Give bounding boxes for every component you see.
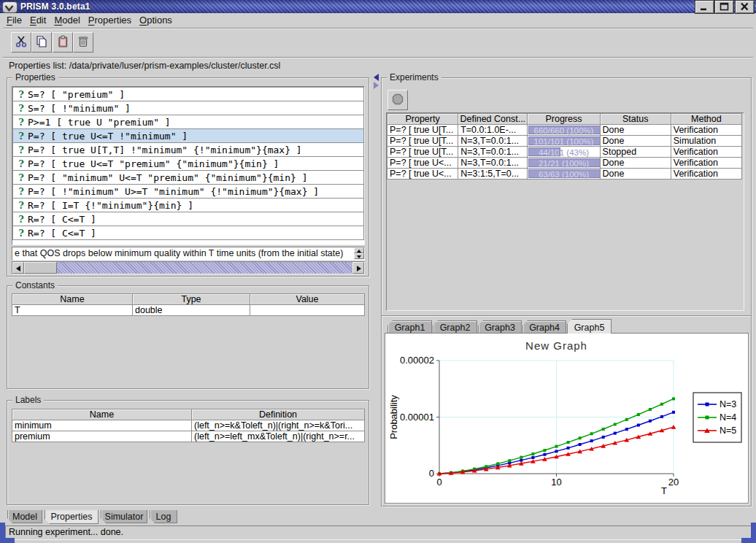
menu-properties[interactable]: Properties bbox=[85, 13, 135, 26]
window-title: PRISM 3.0.beta1 bbox=[20, 1, 90, 12]
experiment-row[interactable]: P=? [ true U<...N=3:1:5,T=0...63/63 (100… bbox=[387, 169, 742, 180]
collapse-left-icon[interactable] bbox=[374, 74, 379, 81]
experiment-row[interactable]: P=? [ true U[T...N=3,T=0.0:1...44/101 (4… bbox=[387, 147, 742, 158]
main-tab-log[interactable]: Log bbox=[150, 510, 177, 523]
graph-tab-graph5[interactable]: Graph5 bbox=[567, 319, 612, 334]
question-icon: ? bbox=[16, 172, 26, 183]
question-icon: ? bbox=[16, 89, 26, 100]
table-row[interactable]: premium(left_n>=left_mx&Toleft_n)|(right… bbox=[12, 431, 365, 442]
window-menu-icon[interactable] bbox=[2, 1, 18, 13]
main-tab-model[interactable]: Model bbox=[7, 510, 42, 523]
close-button[interactable] bbox=[736, 1, 754, 13]
experiment-row[interactable]: P=? [ true U[T...T=0.0:1.0E-...660/660 (… bbox=[387, 125, 742, 136]
property-row[interactable]: ?R=? [ C<=T ] bbox=[12, 212, 364, 226]
main-tab-properties[interactable]: Properties bbox=[45, 510, 99, 524]
experiment-row[interactable]: P=? [ true U[T...N=3,T=0.0:1...101/101 (… bbox=[387, 136, 742, 147]
column-header[interactable]: Method bbox=[671, 114, 741, 125]
column-header[interactable]: Status bbox=[600, 114, 671, 125]
progress-bar: 660/660 (100%)660/660 (100%) bbox=[528, 126, 598, 134]
property-row[interactable]: ?P>=1 [ true U "premium" ] bbox=[12, 115, 364, 129]
experiment-constants: N=3,T=0.0:1... bbox=[458, 136, 528, 147]
menu-edit[interactable]: Edit bbox=[26, 13, 50, 26]
menu-options[interactable]: Options bbox=[136, 13, 176, 26]
column-header[interactable]: Name bbox=[12, 294, 133, 305]
property-row[interactable]: ?R=? [ I=T {!"minimum"}{min} ] bbox=[12, 198, 364, 212]
property-row[interactable]: ?P=? [ true U<=T !"minimum" ] bbox=[12, 128, 364, 143]
question-icon: ? bbox=[16, 186, 26, 197]
column-header[interactable]: Value bbox=[250, 294, 365, 305]
status-text: Running experiment... done. bbox=[9, 527, 123, 537]
property-row[interactable]: ?P=? [ true U<=T "premium" {"minimum"}{m… bbox=[12, 156, 364, 171]
graph-tab-graph2[interactable]: Graph2 bbox=[433, 320, 477, 334]
labels-group: Labels NameDefinitionminimum(left_n>=k&T… bbox=[7, 400, 369, 505]
cut-button[interactable] bbox=[11, 32, 31, 53]
property-row[interactable]: ?P=? [ "minimum" U<=T "premium" {"minimu… bbox=[12, 170, 364, 185]
property-row[interactable]: ?S=? [ "premium" ] bbox=[12, 87, 364, 101]
svg-text:Probability: Probability bbox=[388, 395, 399, 439]
scroll-right-button[interactable] bbox=[352, 262, 364, 274]
property-row[interactable]: ?R=? [ C<=T ] bbox=[12, 226, 364, 240]
title-bar[interactable]: PRISM 3.0.beta1 bbox=[0, 0, 756, 13]
table-cell: (left_n>=left_mx&Toleft_n)|(right_n>=r..… bbox=[192, 431, 365, 442]
column-header[interactable]: Type bbox=[133, 294, 250, 305]
svg-text:0: 0 bbox=[429, 468, 434, 479]
experiment-status: Done bbox=[600, 169, 671, 180]
menu-file[interactable]: File bbox=[3, 13, 26, 26]
graph-content: 00.000010.0000201020New GraphTProbabilit… bbox=[385, 333, 749, 504]
spinner-up-button[interactable] bbox=[354, 247, 364, 253]
experiment-row[interactable]: P=? [ true U<...N=3,T=0.0:1...21/21 (100… bbox=[387, 158, 742, 169]
property-text: P=? [ true U[T,T] !"minimum" {!"minimum"… bbox=[28, 145, 302, 155]
svg-text:N=4: N=4 bbox=[720, 412, 736, 423]
minimize-button[interactable] bbox=[695, 1, 714, 13]
paste-icon bbox=[56, 35, 69, 48]
column-header[interactable]: Definition bbox=[192, 409, 365, 420]
maximize-button[interactable] bbox=[715, 1, 733, 13]
graph-tab-graph4[interactable]: Graph4 bbox=[522, 320, 566, 334]
experiment-property: P=? [ true U[T... bbox=[387, 125, 458, 136]
column-header[interactable]: Defined Const... bbox=[458, 114, 528, 125]
experiment-progress: 63/63 (100%)63/63 (100%) bbox=[528, 169, 600, 180]
comment-spinner[interactable] bbox=[354, 247, 364, 260]
progress-bar: 44/101 (43%)44/101 (43%) bbox=[528, 147, 598, 156]
labels-table[interactable]: NameDefinitionminimum(left_n>=k&Toleft_n… bbox=[12, 409, 365, 442]
property-text: P>=1 [ true U "premium" ] bbox=[28, 117, 171, 128]
paste-button[interactable] bbox=[53, 32, 73, 53]
experiment-method: Simulation bbox=[671, 136, 741, 147]
properties-hscrollbar[interactable] bbox=[12, 261, 365, 274]
experiments-table-wrap: PropertyDefined Const...ProgressStatusMe… bbox=[386, 112, 744, 311]
window-corner[interactable] bbox=[741, 538, 756, 543]
question-icon: ? bbox=[16, 158, 26, 169]
experiment-property: P=? [ true U<... bbox=[387, 158, 458, 169]
constants-table[interactable]: NameTypeValueTdouble bbox=[12, 293, 365, 316]
delete-button[interactable] bbox=[73, 32, 93, 53]
table-cell bbox=[250, 305, 365, 316]
split-pane-divider[interactable] bbox=[371, 73, 379, 507]
column-header[interactable]: Progress bbox=[528, 114, 600, 125]
main-tab-simulator[interactable]: Simulator bbox=[101, 510, 147, 523]
property-comment-field[interactable]: e that QOS drops below minimum quality w… bbox=[12, 247, 365, 261]
property-row[interactable]: ?P=? [ true U[T,T] !"minimum" {!"minimum… bbox=[12, 142, 364, 157]
scrollbar-thumb[interactable] bbox=[24, 262, 57, 274]
scroll-left-button[interactable] bbox=[12, 262, 24, 274]
column-header[interactable]: Property bbox=[387, 114, 458, 125]
experiments-table[interactable]: PropertyDefined Const...ProgressStatusMe… bbox=[387, 113, 742, 180]
properties-list[interactable]: ?S=? [ "premium" ]?S=? [ !"minimum" ]?P>… bbox=[12, 86, 365, 245]
graph-tab-graph3[interactable]: Graph3 bbox=[478, 320, 522, 334]
property-text: P=? [ !"minimum" U>=T "minimum" {!"minim… bbox=[28, 186, 319, 197]
svg-text:0.00002: 0.00002 bbox=[400, 355, 434, 366]
graph-tab-graph1[interactable]: Graph1 bbox=[387, 320, 432, 334]
table-row[interactable]: Tdouble bbox=[12, 305, 365, 316]
experiment-status: Stopped bbox=[600, 147, 671, 158]
question-icon: ? bbox=[16, 228, 26, 239]
property-text: R=? [ I=T {!"minimum"}{min} ] bbox=[28, 200, 193, 211]
stop-experiment-button[interactable] bbox=[387, 90, 408, 110]
spinner-down-button[interactable] bbox=[354, 253, 364, 259]
window-corner[interactable] bbox=[0, 538, 15, 543]
menu-model[interactable]: Model bbox=[50, 13, 83, 26]
property-row[interactable]: ?P=? [ !"minimum" U>=T "minimum" {!"mini… bbox=[12, 184, 364, 199]
copy-button[interactable] bbox=[31, 32, 52, 53]
table-row[interactable]: minimum(left_n>=k&Toleft_n)|(right_n>=k&… bbox=[12, 420, 365, 431]
column-header[interactable]: Name bbox=[12, 409, 192, 420]
collapse-right-icon[interactable] bbox=[374, 82, 379, 89]
property-row[interactable]: ?S=? [ !"minimum" ] bbox=[12, 101, 364, 115]
